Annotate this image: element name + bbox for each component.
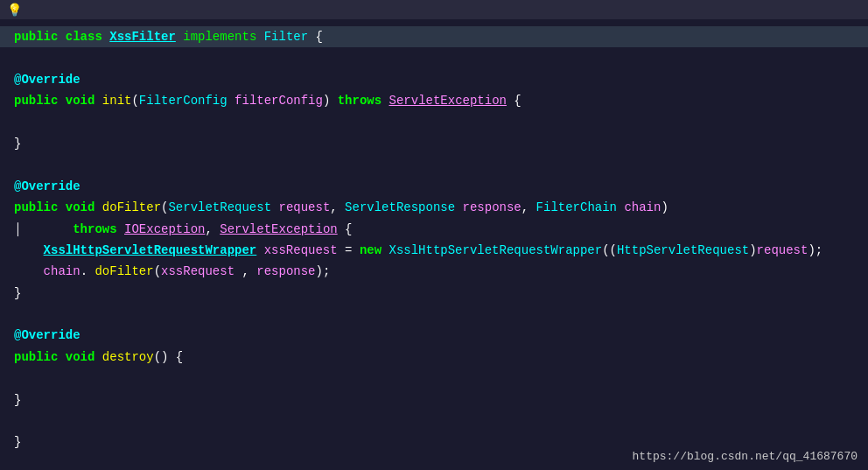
line-annotation2: @Override xyxy=(0,176,868,197)
call-open: ( xyxy=(154,262,161,281)
blank-line-4 xyxy=(0,304,868,325)
keyword-public: public xyxy=(14,27,66,46)
close-brace-1: } xyxy=(14,134,21,153)
param-chain: chain xyxy=(624,198,661,217)
brace-open-2: { xyxy=(507,91,522,110)
space-5 xyxy=(617,198,624,217)
kw-void-2: void xyxy=(66,198,102,217)
line-close-2: } xyxy=(0,283,868,304)
class-xsslhttpservletrequestwrapper-1: XsslHttpServletRequestWrapper xyxy=(44,241,257,260)
code-area: public class XssFilter implements Filter… xyxy=(0,19,868,460)
kw-public-2: public xyxy=(14,198,66,217)
line-chain: chain. doFilter(xssRequest , response); xyxy=(0,261,868,282)
var-response-2: response xyxy=(256,262,315,281)
annotation-override-3: @Override xyxy=(14,326,80,345)
keyword-implements: implements xyxy=(183,27,263,46)
exception-servletexception-1: ServletException xyxy=(389,91,507,110)
indent-2 xyxy=(14,262,44,281)
url-text: https://blog.csdn.net/qq_41687670 xyxy=(633,450,858,463)
space-3 xyxy=(271,198,278,217)
exception-servletexception-2: ServletException xyxy=(220,220,337,239)
kw-void-3: void xyxy=(66,347,102,367)
line-close-3: } xyxy=(0,389,868,410)
exception-ioexception: IOException xyxy=(124,220,205,239)
paren-close-1: ) xyxy=(323,91,338,110)
type-httpservletrequest: HttpServletRequest xyxy=(617,241,749,260)
param-filterconfig: filterConfig xyxy=(234,91,323,110)
method-dofilter: doFilter xyxy=(102,198,161,217)
type-servletrequest: ServletRequest xyxy=(168,198,271,217)
line-wrapper: XsslHttpServletRequestWrapper xssRequest… xyxy=(0,240,868,261)
line-annotation3: @Override xyxy=(0,325,868,346)
type-filter: Filter xyxy=(264,27,308,46)
keyword-class: class xyxy=(66,27,109,46)
close-brace-2: } xyxy=(14,284,21,303)
cast-close: ) xyxy=(749,241,756,260)
method-dofilter-2: doFilter xyxy=(94,262,153,281)
top-bar: 💡 xyxy=(0,0,868,19)
comma-3: , xyxy=(205,220,220,239)
brace-open: { xyxy=(308,27,323,46)
blank-line-1 xyxy=(0,47,868,68)
paren-open-1: ( xyxy=(131,91,138,110)
line-dofilter-1: public void doFilter(ServletRequest requ… xyxy=(0,197,868,218)
paren-open-2: ( xyxy=(161,198,168,217)
comma-4: , xyxy=(234,262,256,281)
type-filterconfig: FilterConfig xyxy=(139,91,228,110)
equals: = xyxy=(338,241,360,260)
kw-new: new xyxy=(360,241,389,260)
line-dofilter-2: │ throws IOException, ServletException { xyxy=(0,219,868,240)
close-brace-4: } xyxy=(14,432,21,452)
indent-1 xyxy=(14,241,44,260)
class-xssfilter: XssFilter xyxy=(109,27,176,46)
line-close-1: } xyxy=(0,133,868,154)
url-bar: https://blog.csdn.net/qq_41687670 xyxy=(633,450,858,463)
bulb-icon: 💡 xyxy=(7,3,22,18)
method-destroy: destroy xyxy=(102,347,154,367)
line-destroy: public void destroy() { xyxy=(0,347,868,368)
line-init: public void init(FilterConfig filterConf… xyxy=(0,90,868,111)
var-request-2: request xyxy=(757,241,808,260)
var-chain: chain xyxy=(44,262,80,281)
space-2 xyxy=(228,91,234,110)
keyword-throws-1: throws xyxy=(338,91,389,110)
blank-line-3 xyxy=(0,154,868,175)
kw-public-3: public xyxy=(14,347,66,367)
kw-void-1: void xyxy=(66,91,102,110)
vertical-bar: │ xyxy=(14,220,73,239)
type-servletresponse: ServletResponse xyxy=(345,198,455,217)
paren-close-2: ) xyxy=(661,198,668,217)
method-init: init xyxy=(102,91,132,110)
line-annotation1: @Override xyxy=(0,69,868,90)
type-filterchain: FilterChain xyxy=(536,198,617,217)
keyword-throws-2: throws xyxy=(73,220,124,239)
var-xssrequest-2: xssRequest xyxy=(161,262,234,281)
dot-1: . xyxy=(80,262,95,281)
kw-public-1: public xyxy=(14,91,66,110)
line-class-declaration: public class XssFilter implements Filter… xyxy=(0,26,868,47)
brace-open-3: { xyxy=(338,220,353,239)
blank-line-5 xyxy=(0,368,868,389)
cast-paren: (( xyxy=(602,241,617,260)
blank-line-2 xyxy=(0,112,868,133)
blank-line-6 xyxy=(0,410,868,431)
semicolon-1: ); xyxy=(808,241,822,260)
param-response: response xyxy=(463,198,522,217)
comma-1: , xyxy=(330,198,345,217)
call-close: ); xyxy=(316,262,331,281)
class-xsslhttpservletrequestwrapper-2: XsslHttpServletRequestWrapper xyxy=(389,241,603,260)
comma-2: , xyxy=(522,198,536,217)
space-4 xyxy=(455,198,462,217)
param-request: request xyxy=(278,198,330,217)
code-container: 💡 public class XssFilter implements Filt… xyxy=(0,0,868,470)
annotation-override-2: @Override xyxy=(14,177,80,196)
var-xssrequest: xssRequest xyxy=(264,241,338,260)
annotation-override-1: @Override xyxy=(14,70,80,89)
destroy-parens: () { xyxy=(154,347,184,367)
space-6 xyxy=(256,241,263,260)
space1 xyxy=(176,27,183,46)
close-brace-3: } xyxy=(14,390,21,410)
